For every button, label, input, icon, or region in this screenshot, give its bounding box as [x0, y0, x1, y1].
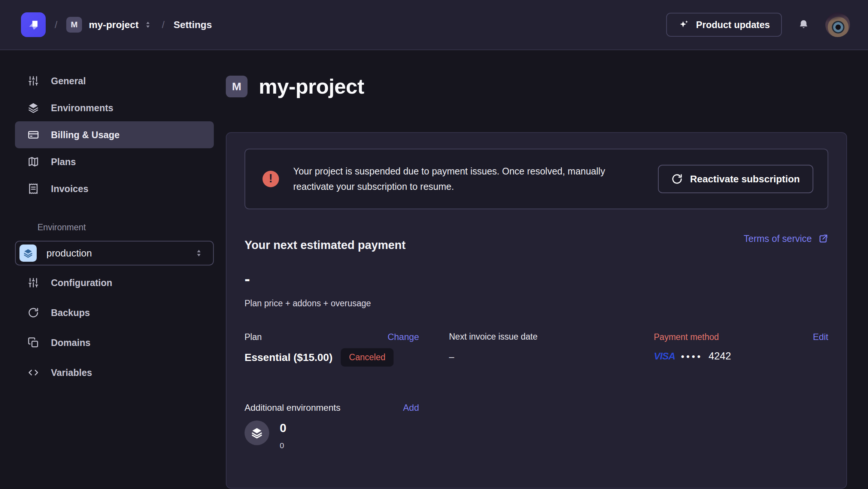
reactivate-subscription-button[interactable]: Reactivate subscription — [658, 165, 813, 193]
next-payment-heading: Your next estimated payment — [245, 239, 406, 252]
navbar-right: Product updates — [666, 12, 850, 37]
card-masked-digits: •••• — [681, 351, 703, 362]
rotate-cw-icon — [671, 173, 683, 185]
environment-count-sub: 0 — [280, 441, 286, 450]
environment-nav: Configuration Backups Domains — [15, 269, 214, 386]
sidebar-item-general[interactable]: General — [15, 67, 214, 94]
plan-label: Plan — [245, 332, 262, 342]
project-title-row: M my-project — [226, 74, 847, 98]
edit-payment-link[interactable]: Edit — [813, 332, 828, 342]
project-switcher[interactable]: M my-project — [66, 17, 153, 33]
sidebar-item-label: Variables — [51, 367, 92, 378]
app-logo[interactable] — [21, 12, 46, 37]
sidebar-item-plans[interactable]: Plans — [15, 148, 214, 175]
billing-columns: Plan Change Essential ($15.00) Canceled … — [245, 332, 828, 367]
map-icon — [28, 156, 39, 167]
receipt-icon — [28, 183, 39, 194]
sidebar-item-label: Configuration — [51, 277, 112, 288]
sidebar-item-domains[interactable]: Domains — [15, 329, 214, 356]
sliders-icon — [28, 75, 39, 86]
sidebar-item-label: Plans — [51, 157, 76, 167]
environment-count: 0 0 — [245, 420, 828, 450]
code-icon — [28, 367, 39, 378]
sidebar-item-environments[interactable]: Environments — [15, 94, 214, 121]
sidebar-item-label: Backups — [51, 307, 90, 318]
environment-layers-icon — [19, 244, 37, 262]
external-link-icon — [818, 234, 828, 244]
sidebar-item-billing-usage[interactable]: Billing & Usage — [15, 121, 214, 148]
layers-circle-icon — [245, 420, 269, 445]
layers-icon — [28, 102, 39, 113]
next-invoice-label: Next invoice issue date — [449, 332, 538, 342]
breadcrumb-settings[interactable]: Settings — [173, 19, 212, 31]
additional-environments-label: Additional environments — [245, 403, 340, 413]
terms-of-service-link[interactable]: Terms of service — [744, 233, 828, 244]
sidebar-item-variables[interactable]: Variables — [15, 359, 214, 386]
payment-method-label: Payment method — [654, 332, 719, 342]
notifications-bell-icon[interactable] — [798, 19, 810, 31]
plan-column: Plan Change Essential ($15.00) Canceled — [245, 332, 419, 367]
environment-section-label: Environment — [37, 222, 214, 233]
breadcrumb-separator: / — [162, 19, 164, 31]
plan-status-badge: Canceled — [341, 348, 394, 367]
project-title-badge: M — [226, 76, 248, 97]
card-last4: 4242 — [708, 350, 731, 362]
billing-heading-row: Your next estimated payment Terms of ser… — [245, 233, 828, 252]
sidebar-item-label: Domains — [51, 337, 91, 348]
sidebar-item-label: General — [51, 76, 86, 86]
add-environment-link[interactable]: Add — [403, 403, 419, 413]
page-title: my-project — [259, 74, 364, 98]
alert-message: Your project is suspended due to payment… — [293, 164, 638, 194]
environment-select[interactable]: production — [15, 241, 214, 265]
terms-of-service-label: Terms of service — [744, 233, 812, 244]
environment-select-value: production — [46, 247, 92, 259]
environment-count-stack: 0 0 — [280, 420, 286, 450]
rotate-cw-icon — [28, 307, 39, 318]
main-content: M my-project ! Your project is suspended… — [226, 50, 868, 489]
sidebar-item-backups[interactable]: Backups — [15, 299, 214, 326]
chevrons-updown-icon — [143, 20, 153, 30]
suspended-alert: ! Your project is suspended due to payme… — [245, 149, 828, 209]
sidebar-item-configuration[interactable]: Configuration — [15, 269, 214, 296]
credit-card-icon — [28, 129, 39, 140]
sliders-icon — [28, 277, 39, 288]
alert-exclamation-icon: ! — [262, 171, 279, 187]
product-updates-label: Product updates — [696, 19, 770, 30]
invoice-column: Next invoice issue date – — [449, 332, 624, 367]
visa-brand-icon: VISA — [654, 350, 675, 362]
sparkles-icon — [678, 19, 689, 30]
change-plan-link[interactable]: Change — [388, 332, 419, 342]
sidebar-item-label: Invoices — [51, 183, 88, 194]
estimated-amount: - — [245, 271, 828, 287]
breadcrumb-separator: / — [55, 19, 57, 31]
sidebar-item-invoices[interactable]: Invoices — [15, 175, 214, 202]
additional-environments-row: Additional environments Add — [245, 403, 419, 413]
copy-icon — [28, 337, 39, 348]
project-badge: M — [66, 17, 82, 33]
plan-value: Essential ($15.00) — [245, 352, 333, 364]
environment-count-value: 0 — [280, 421, 286, 435]
page-layout: General Environments Billing & Usage P — [0, 50, 868, 489]
reactivate-button-label: Reactivate subscription — [690, 173, 800, 185]
next-invoice-value: – — [449, 352, 624, 362]
user-avatar[interactable] — [825, 12, 850, 37]
sidebar-item-label: Billing & Usage — [51, 130, 119, 140]
breadcrumb-project-name: my-project — [89, 19, 139, 31]
chevrons-updown-icon — [194, 248, 204, 258]
strapi-logo-icon — [25, 17, 41, 33]
payment-column: Payment method Edit VISA •••• 4242 — [654, 332, 828, 367]
payment-method-value: VISA •••• 4242 — [654, 350, 828, 362]
settings-sidebar: General Environments Billing & Usage P — [0, 50, 226, 489]
payment-formula: Plan price + addons + overusage — [245, 298, 828, 309]
sidebar-item-label: Environments — [51, 103, 113, 113]
billing-card: ! Your project is suspended due to payme… — [226, 132, 847, 489]
top-navbar: / M my-project / Settings Product update… — [0, 0, 868, 50]
product-updates-button[interactable]: Product updates — [666, 13, 782, 37]
